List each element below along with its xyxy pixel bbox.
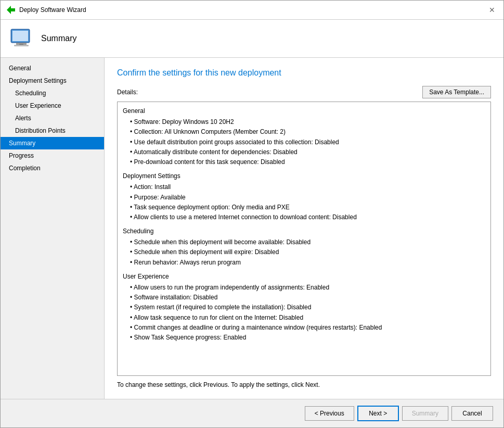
svg-rect-4 [14,45,29,46]
sidebar-item-summary[interactable]: Summary [1,137,104,149]
list-item: Allow clients to use a metered Internet … [130,212,485,222]
header-title: Summary [41,34,76,43]
svg-marker-0 [7,6,15,14]
details-label: Details: [117,89,138,96]
list-item: System restart (if required to complete … [130,303,485,312]
list-item: Pre-download content for this task seque… [130,157,485,167]
sidebar-item-completion[interactable]: Completion [1,162,104,174]
header-section: Summary [1,20,503,58]
list-item: Show Task Sequence progress: Enabled [130,333,485,343]
footer-note: To change these settings, click Previous… [117,381,491,388]
section-general-list: Software: Deploy Windows 10 20H2 Collect… [123,117,485,167]
details-box[interactable]: General Software: Deploy Windows 10 20H2… [117,102,491,376]
section-user-experience-list: Allow users to run the program independe… [123,283,485,343]
list-item: Collection: All Unknown Computers (Membe… [130,127,485,137]
summary-button[interactable]: Summary [402,406,448,421]
list-item: Use default distribution point groups as… [130,137,485,147]
sidebar-item-distribution-points[interactable]: Distribution Points [1,124,104,137]
main-content: Confirm the settings for this new deploy… [105,58,503,399]
list-item: Schedule when this deployment will becom… [130,237,485,247]
sidebar-item-scheduling[interactable]: Scheduling [1,87,104,99]
list-item: Rerun behavior: Always rerun program [130,258,485,268]
svg-rect-6 [19,44,23,45]
list-item: Action: Install [130,182,485,192]
section-deployment-title: Deployment Settings [123,171,485,181]
content-area: General Deployment Settings Scheduling U… [1,58,503,399]
section-deployment-list: Action: Install Purpose: Available Task … [123,182,485,222]
close-button[interactable]: ✕ [487,5,497,15]
section-scheduling-list: Schedule when this deployment will becom… [123,237,485,268]
list-item: Automatically distribute content for dep… [130,147,485,157]
window-title: Deploy Software Wizard [19,6,86,14]
details-row: Details: Save As Template... [117,86,491,98]
list-item: Software installation: Disabled [130,293,485,303]
sidebar-item-progress[interactable]: Progress [1,149,104,162]
list-item: Allow task sequence to run for client on… [130,313,485,323]
sidebar: General Deployment Settings Scheduling U… [1,58,105,399]
section-user-experience-title: User Experience [123,272,485,282]
sidebar-item-user-experience[interactable]: User Experience [1,99,104,112]
section-scheduling-title: Scheduling [123,226,485,236]
sidebar-item-alerts[interactable]: Alerts [1,112,104,124]
cancel-button[interactable]: Cancel [451,406,493,421]
svg-rect-5 [12,31,28,41]
footer-buttons: < Previous Next > Summary Cancel [1,399,503,427]
list-item: Allow users to run the program independe… [130,283,485,293]
header-computer-icon [9,26,34,51]
deploy-software-wizard: Deploy Software Wizard ✕ Summary General… [0,0,504,428]
save-template-button[interactable]: Save As Template... [422,86,491,98]
list-item: Purpose: Available [130,193,485,203]
wizard-icon [7,6,15,14]
main-confirm-title: Confirm the settings for this new deploy… [117,68,491,78]
title-bar-left: Deploy Software Wizard [7,6,86,14]
list-item: Schedule when this deployment will expir… [130,247,485,257]
list-item: Commit changes at deadline or during a m… [130,323,485,333]
previous-button[interactable]: < Previous [305,406,354,421]
next-button[interactable]: Next > [357,406,399,421]
section-general-title: General [123,106,485,116]
title-bar: Deploy Software Wizard ✕ [1,1,503,20]
list-item: Task sequence deployment option: Only me… [130,203,485,212]
list-item: Software: Deploy Windows 10 20H2 [130,117,485,127]
sidebar-item-general[interactable]: General [1,62,104,74]
sidebar-item-deployment-settings[interactable]: Deployment Settings [1,74,104,87]
